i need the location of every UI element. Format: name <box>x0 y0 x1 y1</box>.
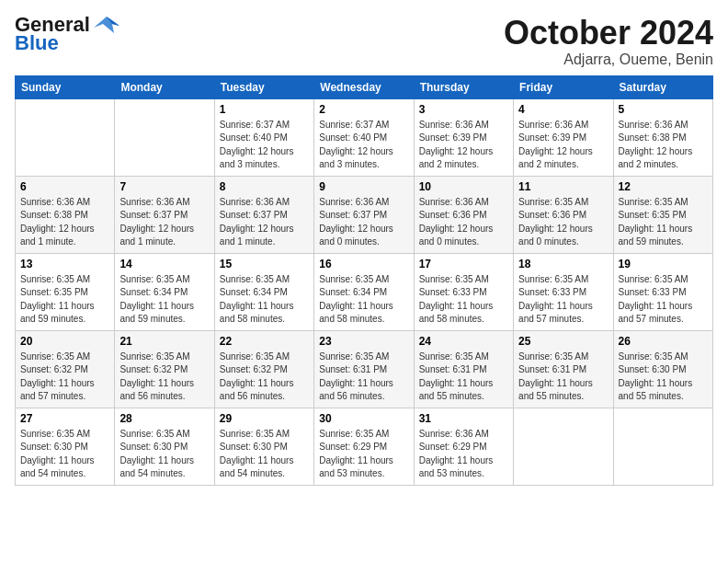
calendar-cell: 16Sunrise: 6:35 AMSunset: 6:34 PMDayligh… <box>314 253 414 330</box>
week-row-2: 6Sunrise: 6:36 AMSunset: 6:38 PMDaylight… <box>16 176 713 253</box>
header-row: SundayMondayTuesdayWednesdayThursdayFrid… <box>16 75 713 98</box>
logo-bird-icon <box>94 15 119 35</box>
calendar-cell: 21Sunrise: 6:35 AMSunset: 6:32 PMDayligh… <box>115 330 214 408</box>
month-title: October 2024 <box>504 15 713 52</box>
calendar-cell: 8Sunrise: 6:36 AMSunset: 6:37 PMDaylight… <box>214 176 313 253</box>
calendar-cell: 23Sunrise: 6:35 AMSunset: 6:31 PMDayligh… <box>314 330 414 408</box>
day-detail: Sunrise: 6:36 AMSunset: 6:39 PMDaylight:… <box>419 119 508 172</box>
header: General Blue October 2024 Adjarra, Oueme… <box>15 15 713 68</box>
day-detail: Sunrise: 6:35 AMSunset: 6:35 PMDaylight:… <box>619 196 708 249</box>
day-detail: Sunrise: 6:35 AMSunset: 6:31 PMDaylight:… <box>319 350 408 404</box>
day-number: 23 <box>319 335 408 348</box>
calendar-cell: 9Sunrise: 6:36 AMSunset: 6:37 PMDaylight… <box>314 176 414 253</box>
calendar-cell: 22Sunrise: 6:35 AMSunset: 6:32 PMDayligh… <box>214 330 313 408</box>
day-detail: Sunrise: 6:35 AMSunset: 6:34 PMDaylight:… <box>220 273 309 327</box>
day-detail: Sunrise: 6:35 AMSunset: 6:33 PMDaylight:… <box>419 273 508 327</box>
day-detail: Sunrise: 6:35 AMSunset: 6:30 PMDaylight:… <box>619 350 708 404</box>
col-header-monday: Monday <box>115 75 214 98</box>
calendar-cell: 26Sunrise: 6:35 AMSunset: 6:30 PMDayligh… <box>613 330 712 408</box>
location-title: Adjarra, Oueme, Benin <box>504 52 713 68</box>
day-detail: Sunrise: 6:36 AMSunset: 6:39 PMDaylight:… <box>518 119 608 172</box>
day-number: 20 <box>20 335 109 348</box>
calendar-cell: 17Sunrise: 6:35 AMSunset: 6:33 PMDayligh… <box>414 253 513 330</box>
calendar-cell: 4Sunrise: 6:36 AMSunset: 6:39 PMDaylight… <box>514 98 613 176</box>
day-number: 10 <box>419 180 508 193</box>
day-detail: Sunrise: 6:36 AMSunset: 6:37 PMDaylight:… <box>119 196 209 249</box>
calendar-cell: 19Sunrise: 6:35 AMSunset: 6:33 PMDayligh… <box>613 253 712 330</box>
day-detail: Sunrise: 6:37 AMSunset: 6:40 PMDaylight:… <box>319 119 408 172</box>
day-detail: Sunrise: 6:35 AMSunset: 6:30 PMDaylight:… <box>220 428 309 481</box>
day-number: 6 <box>20 180 109 193</box>
day-detail: Sunrise: 6:35 AMSunset: 6:30 PMDaylight:… <box>20 428 109 481</box>
calendar-cell: 12Sunrise: 6:35 AMSunset: 6:35 PMDayligh… <box>613 176 712 253</box>
day-detail: Sunrise: 6:36 AMSunset: 6:37 PMDaylight:… <box>319 196 408 249</box>
day-number: 31 <box>419 412 508 425</box>
day-number: 9 <box>319 180 408 193</box>
day-detail: Sunrise: 6:36 AMSunset: 6:36 PMDaylight:… <box>419 196 508 249</box>
col-header-thursday: Thursday <box>414 75 513 98</box>
day-detail: Sunrise: 6:35 AMSunset: 6:32 PMDaylight:… <box>20 350 109 404</box>
day-number: 14 <box>119 258 209 270</box>
col-header-wednesday: Wednesday <box>314 75 414 98</box>
calendar-cell: 18Sunrise: 6:35 AMSunset: 6:33 PMDayligh… <box>514 253 613 330</box>
calendar-cell: 25Sunrise: 6:35 AMSunset: 6:31 PMDayligh… <box>514 330 613 408</box>
day-number: 5 <box>619 103 708 116</box>
calendar-cell <box>514 408 613 485</box>
calendar-cell <box>115 98 214 176</box>
calendar-cell: 10Sunrise: 6:36 AMSunset: 6:36 PMDayligh… <box>414 176 513 253</box>
day-number: 25 <box>518 335 608 348</box>
calendar-cell: 7Sunrise: 6:36 AMSunset: 6:37 PMDaylight… <box>115 176 214 253</box>
calendar-table: SundayMondayTuesdayWednesdayThursdayFrid… <box>15 75 713 486</box>
day-detail: Sunrise: 6:35 AMSunset: 6:31 PMDaylight:… <box>419 350 508 404</box>
day-number: 18 <box>518 258 608 270</box>
calendar-cell: 5Sunrise: 6:36 AMSunset: 6:38 PMDaylight… <box>613 98 712 176</box>
day-number: 1 <box>220 103 309 116</box>
day-detail: Sunrise: 6:35 AMSunset: 6:35 PMDaylight:… <box>20 273 109 327</box>
calendar-cell: 15Sunrise: 6:35 AMSunset: 6:34 PMDayligh… <box>214 253 313 330</box>
calendar-cell: 3Sunrise: 6:36 AMSunset: 6:39 PMDaylight… <box>414 98 513 176</box>
week-row-5: 27Sunrise: 6:35 AMSunset: 6:30 PMDayligh… <box>16 408 713 485</box>
day-detail: Sunrise: 6:36 AMSunset: 6:37 PMDaylight:… <box>220 196 309 249</box>
day-number: 29 <box>220 412 309 425</box>
calendar-cell: 28Sunrise: 6:35 AMSunset: 6:30 PMDayligh… <box>115 408 214 485</box>
day-detail: Sunrise: 6:35 AMSunset: 6:32 PMDaylight:… <box>220 350 309 404</box>
calendar-cell: 20Sunrise: 6:35 AMSunset: 6:32 PMDayligh… <box>16 330 115 408</box>
day-number: 2 <box>319 103 408 116</box>
calendar-cell: 29Sunrise: 6:35 AMSunset: 6:30 PMDayligh… <box>214 408 313 485</box>
day-number: 15 <box>220 258 309 270</box>
calendar-cell <box>613 408 712 485</box>
col-header-tuesday: Tuesday <box>214 75 313 98</box>
day-number: 26 <box>619 335 708 348</box>
day-detail: Sunrise: 6:35 AMSunset: 6:32 PMDaylight:… <box>119 350 209 404</box>
logo: General Blue <box>15 15 119 53</box>
week-row-4: 20Sunrise: 6:35 AMSunset: 6:32 PMDayligh… <box>16 330 713 408</box>
day-number: 22 <box>220 335 309 348</box>
day-number: 24 <box>419 335 508 348</box>
day-detail: Sunrise: 6:36 AMSunset: 6:38 PMDaylight:… <box>619 119 708 172</box>
day-number: 17 <box>419 258 508 270</box>
day-number: 13 <box>20 258 109 270</box>
page-container: General Blue October 2024 Adjarra, Oueme… <box>15 15 713 486</box>
day-number: 30 <box>319 412 408 425</box>
calendar-cell: 14Sunrise: 6:35 AMSunset: 6:34 PMDayligh… <box>115 253 214 330</box>
day-detail: Sunrise: 6:35 AMSunset: 6:34 PMDaylight:… <box>119 273 209 327</box>
week-row-3: 13Sunrise: 6:35 AMSunset: 6:35 PMDayligh… <box>16 253 713 330</box>
day-detail: Sunrise: 6:35 AMSunset: 6:33 PMDaylight:… <box>518 273 608 327</box>
title-block: October 2024 Adjarra, Oueme, Benin <box>504 15 713 68</box>
day-detail: Sunrise: 6:36 AMSunset: 6:38 PMDaylight:… <box>20 196 109 249</box>
calendar-cell: 6Sunrise: 6:36 AMSunset: 6:38 PMDaylight… <box>16 176 115 253</box>
day-detail: Sunrise: 6:37 AMSunset: 6:40 PMDaylight:… <box>220 119 309 172</box>
day-detail: Sunrise: 6:35 AMSunset: 6:33 PMDaylight:… <box>619 273 708 327</box>
calendar-cell <box>16 98 115 176</box>
calendar-cell: 13Sunrise: 6:35 AMSunset: 6:35 PMDayligh… <box>16 253 115 330</box>
calendar-cell: 1Sunrise: 6:37 AMSunset: 6:40 PMDaylight… <box>214 98 313 176</box>
day-number: 8 <box>220 180 309 193</box>
svg-marker-0 <box>94 17 119 33</box>
week-row-1: 1Sunrise: 6:37 AMSunset: 6:40 PMDaylight… <box>16 98 713 176</box>
calendar-cell: 2Sunrise: 6:37 AMSunset: 6:40 PMDaylight… <box>314 98 414 176</box>
col-header-saturday: Saturday <box>613 75 712 98</box>
calendar-cell: 24Sunrise: 6:35 AMSunset: 6:31 PMDayligh… <box>414 330 513 408</box>
day-number: 19 <box>619 258 708 270</box>
day-number: 3 <box>419 103 508 116</box>
day-detail: Sunrise: 6:35 AMSunset: 6:29 PMDaylight:… <box>319 428 408 481</box>
